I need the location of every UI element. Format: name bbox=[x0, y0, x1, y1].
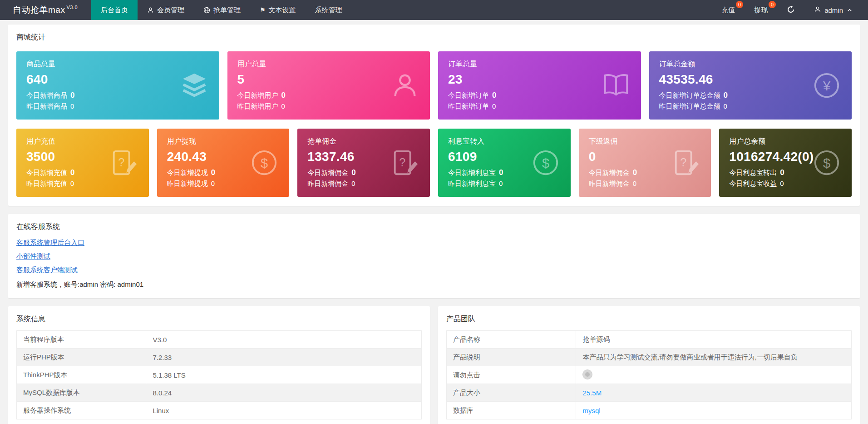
app-logo[interactable]: 自动抢单maxV3.0 bbox=[0, 0, 91, 20]
stat-card-user-withdraw: 用户提现 240.43 今日新增提现0 昨日新增提现0 bbox=[157, 129, 290, 197]
stat-title: 商品总量 bbox=[26, 60, 209, 69]
nav-label: 后台首页 bbox=[101, 6, 128, 15]
recharge-button[interactable]: 充值0 bbox=[712, 0, 745, 20]
form-pen-icon bbox=[110, 149, 138, 177]
username: admin bbox=[824, 6, 843, 14]
row-value bbox=[576, 366, 852, 384]
table-row: 请勿点击 bbox=[447, 366, 852, 384]
row-value: 25.5M bbox=[576, 384, 852, 402]
table-row: 产品名称 抢单源码 bbox=[447, 331, 852, 349]
stat-line-value: 0 bbox=[281, 91, 286, 100]
database-link[interactable]: mysql bbox=[582, 407, 600, 414]
withdraw-label: 提现 bbox=[754, 6, 768, 15]
table-row: 当前程序版本 V3.0 bbox=[17, 331, 422, 349]
system-info-title: 系统信息 bbox=[16, 314, 422, 324]
stat-line-label: 昨日新增订单总金额 bbox=[659, 102, 720, 110]
stat-line-label: 昨日新增充值 bbox=[26, 180, 67, 187]
stat-title: 订单总量 bbox=[448, 60, 631, 69]
service-panel: 在线客服系统 客服系统管理后台入口 小部件测试 客服系统客户端测试 新增客服系统… bbox=[8, 214, 860, 298]
product-team-panel: 产品团队 产品名称 抢单源码 产品说明 本产品只为学习测试交流,请勿要做商业或者… bbox=[438, 306, 860, 424]
form-pen-icon bbox=[391, 149, 419, 177]
nav-label: 文本设置 bbox=[269, 6, 296, 15]
layers-icon bbox=[180, 71, 208, 100]
yen-circle-icon bbox=[813, 71, 841, 100]
top-navbar: 自动抢单maxV3.0 后台首页 会员管理 抢单管理 ⚑文本设置 系统管理 充值… bbox=[0, 0, 868, 20]
nav-item-orders[interactable]: 抢单管理 bbox=[194, 0, 250, 20]
stat-line-label: 今日新增充值 bbox=[26, 169, 67, 176]
stat-line-label: 昨日新增商品 bbox=[26, 102, 67, 110]
stat-yesterday-line: 昨日新增利息宝0 bbox=[448, 180, 561, 188]
stat-card-order-total: 订单总量 23 今日新增订单0 昨日新增订单0 bbox=[438, 51, 641, 120]
stat-title: 用户总量 bbox=[237, 60, 420, 69]
client-test-link[interactable]: 客服系统客户端测试 bbox=[16, 266, 78, 274]
row-label: 产品名称 bbox=[447, 331, 576, 349]
stat-title: 下级返佣 bbox=[589, 137, 701, 146]
app-version: V3.0 bbox=[66, 5, 78, 10]
stat-card-order-amount: 订单总金额 43535.46 今日新增订单总金额0 昨日新增订单总金额0 bbox=[649, 51, 852, 120]
stat-title: 抢单佣金 bbox=[307, 137, 420, 146]
row-label: ThinkPHP版本 bbox=[17, 366, 146, 384]
stat-line-value: 0 bbox=[492, 102, 496, 110]
table-row: MySQL数据库版本 8.0.24 bbox=[17, 384, 422, 402]
main-nav: 后台首页 会员管理 抢单管理 ⚑文本设置 系统管理 bbox=[91, 0, 352, 20]
withdraw-button[interactable]: 提现0 bbox=[745, 0, 777, 20]
stat-yesterday-line: 昨日新增佣金0 bbox=[589, 180, 701, 188]
product-team-table: 产品名称 抢单源码 产品说明 本产品只为学习测试交流,请勿要做商业或者用于违法行… bbox=[446, 330, 852, 419]
product-team-title: 产品团队 bbox=[446, 314, 852, 324]
stat-yesterday-line: 昨日新增商品0 bbox=[26, 102, 209, 111]
row-value: 8.0.24 bbox=[146, 384, 422, 402]
stat-line-value: 0 bbox=[211, 168, 215, 177]
row-value: V3.0 bbox=[146, 331, 422, 349]
row-label: 服务器操作系统 bbox=[17, 402, 146, 419]
dollar-circle-icon bbox=[250, 149, 278, 177]
row-label: 请勿点击 bbox=[447, 366, 576, 384]
stat-line-label: 今日利息宝收益 bbox=[729, 180, 777, 187]
nav-label: 系统管理 bbox=[315, 6, 342, 15]
stat-line-value: 0 bbox=[70, 91, 74, 100]
stat-line-value: 0 bbox=[70, 102, 74, 110]
stat-title: 用户总余额 bbox=[729, 137, 842, 146]
widget-test-link[interactable]: 小部件测试 bbox=[16, 252, 50, 261]
stat-line-value: 0 bbox=[499, 168, 503, 177]
stats-panel-title: 商城统计 bbox=[16, 33, 852, 42]
stat-title: 用户提现 bbox=[167, 137, 280, 146]
stat-line-value: 0 bbox=[780, 168, 784, 177]
stat-card-order-commission: 抢单佣金 1337.46 今日新增佣金0 昨日新增佣金0 bbox=[297, 129, 430, 197]
stat-line-label: 昨日新增佣金 bbox=[307, 180, 348, 187]
stat-yesterday-line: 今日利息宝收益0 bbox=[729, 180, 842, 188]
stat-line-value: 0 bbox=[724, 102, 727, 110]
nav-label: 会员管理 bbox=[157, 6, 184, 15]
stat-card-user-recharge: 用户充值 3500 今日新增充值0 昨日新增充值0 bbox=[16, 129, 149, 197]
stat-line-value: 0 bbox=[724, 91, 728, 100]
stat-title: 订单总金额 bbox=[659, 60, 842, 69]
service-admin-link[interactable]: 客服系统管理后台入口 bbox=[16, 239, 84, 247]
nav-item-home[interactable]: 后台首页 bbox=[91, 0, 138, 20]
nav-item-text-settings[interactable]: ⚑文本设置 bbox=[250, 0, 306, 20]
stat-line-value: 0 bbox=[492, 91, 496, 100]
stat-line-value: 0 bbox=[780, 180, 784, 187]
nav-label: 抢单管理 bbox=[213, 6, 241, 15]
stat-line-label: 今日新增用户 bbox=[237, 91, 278, 99]
stat-line-value: 0 bbox=[351, 168, 355, 177]
stat-title: 利息宝转入 bbox=[448, 137, 561, 146]
stat-line-label: 昨日新增利息宝 bbox=[448, 180, 496, 187]
navbar-right: 充值0 提现0 admin bbox=[712, 0, 868, 20]
user-menu[interactable]: admin bbox=[804, 0, 862, 20]
table-row: 产品大小 25.5M bbox=[447, 384, 852, 402]
dollar-circle-icon bbox=[532, 149, 560, 177]
row-label: 产品说明 bbox=[447, 349, 576, 366]
nav-item-system[interactable]: 系统管理 bbox=[306, 0, 352, 20]
flag-icon: ⚑ bbox=[260, 6, 266, 14]
nav-item-members[interactable]: 会员管理 bbox=[138, 0, 194, 20]
main-content: 商城统计 商品总量 640 今日新增商品0 昨日新增商品0 用户总量 5 今日新… bbox=[0, 20, 868, 424]
product-size-link[interactable]: 25.5M bbox=[582, 389, 602, 397]
row-label: 数据库 bbox=[447, 402, 576, 419]
refresh-button[interactable] bbox=[777, 0, 804, 20]
do-not-click-icon[interactable] bbox=[582, 369, 592, 379]
dollar-circle-icon bbox=[813, 149, 841, 177]
row-label: 当前程序版本 bbox=[17, 331, 146, 349]
stat-card-product-total: 商品总量 640 今日新增商品0 昨日新增商品0 bbox=[16, 51, 219, 120]
refresh-icon bbox=[787, 5, 795, 15]
stat-line-label: 今日利息宝转出 bbox=[729, 169, 777, 176]
stat-line-label: 今日新增佣金 bbox=[307, 169, 348, 176]
